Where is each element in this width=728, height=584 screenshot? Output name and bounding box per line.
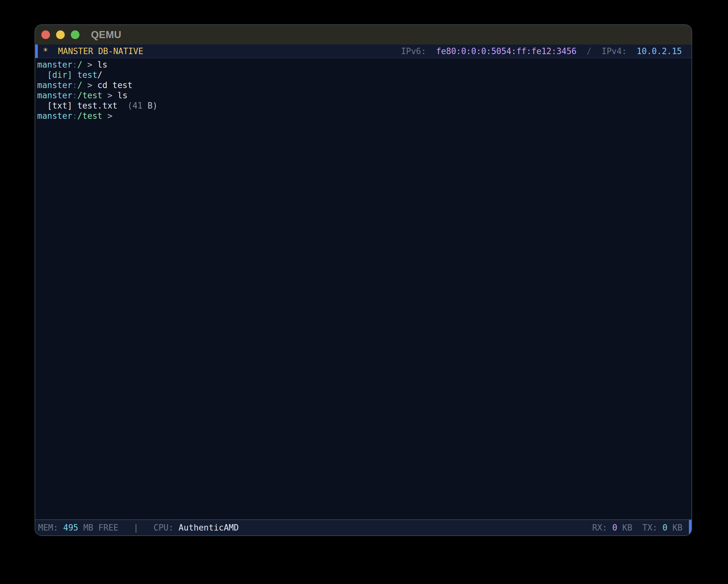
text-segment: fe80:0:0:0:5054:ff:fe12:3456: [436, 47, 576, 56]
text-segment: /: [77, 80, 82, 90]
text-segment: :: [72, 111, 78, 121]
session-accent-bar: [35, 45, 38, 58]
text-segment: :: [72, 60, 78, 69]
status-bar: MEM: 495 MB FREE | CPU: AuthenticAMD RX:…: [35, 519, 692, 535]
text-segment: 0: [662, 523, 668, 532]
text-segment: RX:: [592, 523, 612, 532]
text-segment: MEM:: [38, 523, 63, 532]
text-segment: >: [107, 91, 112, 100]
text-segment: >: [87, 60, 93, 69]
text-segment: [dir] test: [37, 70, 97, 80]
zoom-button[interactable]: [71, 30, 79, 39]
text-segment: manster: [37, 60, 72, 69]
text-segment: KB: [617, 523, 642, 532]
traffic-lights: [41, 30, 79, 39]
text-segment: 495: [63, 523, 78, 532]
text-segment: >: [87, 80, 93, 90]
text-segment: IPv6:: [401, 47, 436, 56]
text-segment: >: [107, 111, 112, 121]
terminal-line: [dir] test/: [37, 70, 692, 80]
terminal-output[interactable]: manster:/ > ls [dir] test/manster:/ > cd…: [35, 58, 692, 519]
text-segment: ls: [92, 60, 107, 69]
text-segment: KB: [668, 523, 682, 532]
text-segment: [txt] test.txt: [37, 101, 128, 110]
network-addresses: IPv6: fe80:0:0:0:5054:ff:fe12:3456 / IPv…: [401, 47, 692, 56]
text-segment: /: [97, 70, 103, 80]
text-segment: /test: [77, 111, 102, 121]
text-segment: /test: [77, 91, 102, 100]
close-button[interactable]: [41, 30, 50, 39]
session-info-bar: * MANSTER DB-NATIVE IPv6: fe80:0:0:0:505…: [35, 45, 692, 58]
text-segment: manster: [37, 111, 72, 121]
text-segment: B): [148, 101, 157, 110]
text-segment: ls: [112, 91, 128, 100]
text-segment: 0: [612, 523, 618, 532]
terminal-line: manster:/test > ls: [37, 90, 692, 101]
text-segment: TX:: [643, 523, 662, 532]
network-throughput-stats: RX: 0 KB TX: 0 KB: [592, 523, 692, 532]
text-segment: [103, 91, 108, 100]
text-segment: CPU:: [138, 523, 179, 532]
status-accent-bar: [689, 520, 692, 535]
window-title: QEMU: [91, 29, 122, 41]
text-segment: :: [72, 80, 78, 90]
desktop-background: QEMU * MANSTER DB-NATIVE IPv6: fe80:0:0:…: [0, 0, 728, 584]
text-segment: 10.0.2.15: [637, 47, 682, 56]
text-segment: /: [77, 60, 82, 69]
text-segment: manster: [37, 80, 72, 90]
session-title: * MANSTER DB-NATIVE: [35, 47, 143, 56]
terminal-line: manster:/test >: [37, 111, 692, 121]
qemu-window: QEMU * MANSTER DB-NATIVE IPv6: fe80:0:0:…: [34, 24, 692, 536]
minimize-button[interactable]: [56, 30, 65, 39]
system-stats: MEM: 495 MB FREE | CPU: AuthenticAMD: [35, 523, 239, 532]
text-segment: manster: [37, 91, 72, 100]
terminal-line: [txt] test.txt (41 B): [37, 101, 692, 111]
text-segment: MB FREE: [78, 523, 133, 532]
text-segment: |: [133, 523, 138, 532]
text-segment: IPv4:: [602, 47, 637, 56]
terminal-line: manster:/ > ls: [37, 60, 692, 70]
text-segment: /: [576, 47, 601, 56]
text-segment: cd test: [92, 80, 132, 90]
text-segment: AuthenticAMD: [179, 523, 239, 532]
text-segment: :: [72, 91, 78, 100]
window-titlebar[interactable]: QEMU: [35, 25, 692, 45]
text-segment: [82, 60, 87, 69]
terminal-line: manster:/ > cd test: [37, 80, 692, 90]
text-segment: [82, 80, 87, 90]
text-segment: (41: [128, 101, 148, 110]
text-segment: [103, 111, 108, 121]
